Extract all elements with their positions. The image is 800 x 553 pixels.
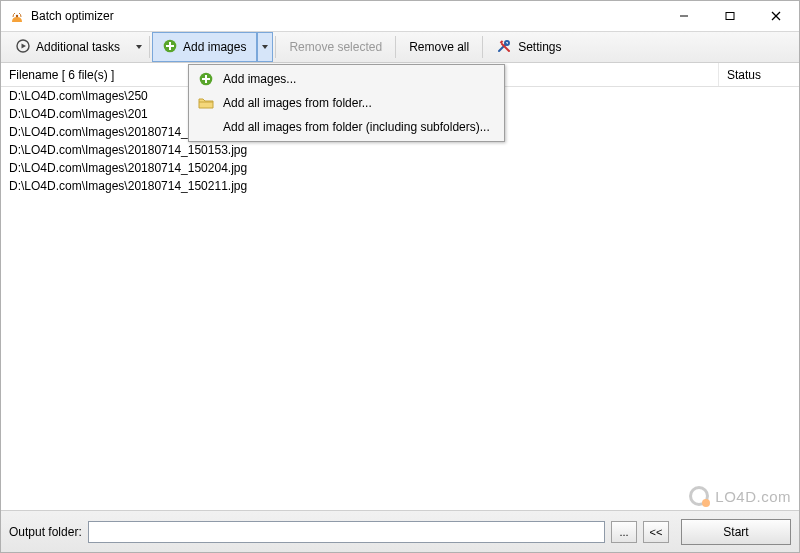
close-button[interactable] (753, 1, 799, 31)
app-window: Batch optimizer Additional tasks Add (0, 0, 800, 553)
minimize-button[interactable] (661, 1, 707, 31)
remove-selected-label: Remove selected (289, 40, 382, 54)
svg-marker-6 (22, 43, 27, 48)
menu-item-label: Add images... (223, 72, 296, 86)
browse-button[interactable]: ... (611, 521, 637, 543)
add-images-dropdown-arrow[interactable] (257, 32, 273, 62)
svg-marker-11 (262, 45, 268, 49)
toolbar-separator (482, 36, 483, 58)
svg-rect-10 (166, 45, 174, 47)
svg-line-4 (772, 12, 780, 20)
toolbar-separator (149, 36, 150, 58)
remove-all-button[interactable]: Remove all (398, 32, 480, 62)
remove-selected-button[interactable]: Remove selected (278, 32, 393, 62)
toolbar-separator (395, 36, 396, 58)
menu-item-label: Add all images from folder... (223, 96, 372, 110)
menu-item-add-folder[interactable]: Add all images from folder... (191, 91, 502, 115)
list-item[interactable]: D:\LO4D.com\Images\20180714_150211.jpg (1, 177, 799, 195)
settings-label: Settings (518, 40, 561, 54)
plus-icon (197, 70, 215, 88)
watermark: LO4D.com (689, 486, 791, 506)
folder-icon (197, 94, 215, 112)
list-item[interactable]: D:\LO4D.com\Images\20180714_150204.jpg (1, 159, 799, 177)
status-column-header[interactable]: Status (719, 63, 799, 86)
svg-rect-18 (202, 78, 210, 80)
output-folder-input[interactable] (88, 521, 605, 543)
toolbar-separator (275, 36, 276, 58)
settings-button[interactable]: Settings (485, 32, 572, 62)
add-images-button[interactable]: Add images (152, 32, 257, 62)
collapse-button[interactable]: << (643, 521, 669, 543)
start-label: Start (723, 525, 748, 539)
output-folder-label: Output folder: (9, 525, 82, 539)
title-bar: Batch optimizer (1, 1, 799, 31)
app-icon (9, 8, 25, 24)
menu-item-label: Add all images from folder (including su… (223, 120, 490, 134)
plus-icon (163, 39, 177, 56)
svg-marker-7 (136, 45, 142, 49)
filename-column-label: Filename [ 6 file(s) ] (9, 68, 114, 82)
status-column-label: Status (727, 68, 761, 82)
list-item-filename: D:\LO4D.com\Images\20180714_150211.jpg (9, 179, 247, 193)
svg-point-13 (505, 41, 509, 45)
svg-rect-15 (500, 40, 504, 44)
additional-tasks-button[interactable]: Additional tasks (5, 32, 131, 62)
svg-rect-2 (726, 13, 734, 20)
menu-item-add-images[interactable]: Add images... (191, 67, 502, 91)
play-icon (16, 39, 30, 56)
bottom-bar: Output folder: ... << Start (1, 510, 799, 552)
additional-tasks-dropdown-arrow[interactable] (131, 32, 147, 62)
svg-point-0 (16, 15, 18, 17)
list-item-filename: D:\LO4D.com\Images\20180714_150153.jpg (9, 143, 247, 157)
toolbar: Additional tasks Add images Remove selec… (1, 31, 799, 63)
collapse-label: << (650, 526, 663, 538)
start-button[interactable]: Start (681, 519, 791, 545)
maximize-button[interactable] (707, 1, 753, 31)
list-item-filename: D:\LO4D.com\Images\201 (9, 107, 148, 121)
remove-all-label: Remove all (409, 40, 469, 54)
list-item[interactable]: D:\LO4D.com\Images\20180714_150153.jpg (1, 141, 799, 159)
file-list[interactable]: D:\LO4D.com\Images\250 D:\LO4D.com\Image… (1, 87, 799, 510)
window-title: Batch optimizer (31, 9, 114, 23)
tools-icon (496, 38, 512, 57)
list-item-filename: D:\LO4D.com\Images\20180714_150204.jpg (9, 161, 247, 175)
add-images-label: Add images (183, 40, 246, 54)
watermark-text: LO4D.com (715, 488, 791, 505)
watermark-icon (689, 486, 709, 506)
svg-line-3 (772, 12, 780, 20)
browse-label: ... (619, 526, 628, 538)
list-item-filename: D:\LO4D.com\Images\250 (9, 89, 148, 103)
blank-icon (197, 118, 215, 136)
additional-tasks-label: Additional tasks (36, 40, 120, 54)
menu-item-add-folder-subfolders[interactable]: Add all images from folder (including su… (191, 115, 502, 139)
add-images-menu: Add images... Add all images from folder… (188, 64, 505, 142)
